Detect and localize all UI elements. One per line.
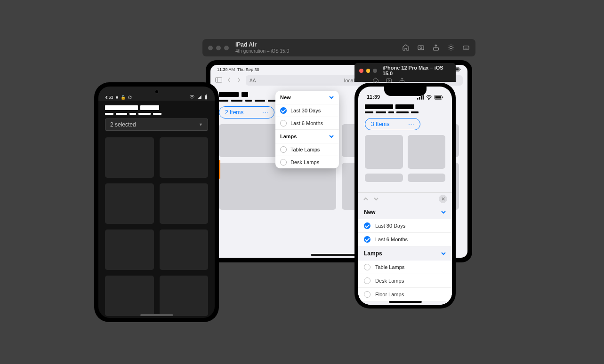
svg-point-22 (192, 99, 193, 99)
product-grid (365, 135, 445, 182)
filter-pill[interactable]: 2 Items ··· (219, 106, 274, 119)
select-value: 2 selected (110, 121, 136, 128)
lock-icon: 🔒 (121, 95, 126, 100)
filter-count: 2 Items (225, 109, 243, 116)
option-last-30-days[interactable]: Last 30 Days (275, 104, 339, 117)
debug-icon: ⌬ (128, 95, 132, 100)
radio-icon (364, 291, 370, 298)
svg-rect-21 (443, 96, 443, 98)
grid-item[interactable] (105, 229, 154, 270)
filter-select[interactable]: 2 selected ▼ (105, 119, 208, 131)
radio-icon (280, 146, 287, 153)
grid-item[interactable] (105, 276, 154, 316)
home-indicator[interactable] (140, 314, 173, 316)
chevron-down-icon[interactable] (373, 196, 379, 202)
radio-icon (364, 264, 370, 270)
opt-last-6-months[interactable]: Last 6 Months (358, 233, 452, 246)
wifi-icon (189, 95, 195, 99)
close-button[interactable]: ✕ (439, 195, 447, 203)
svg-rect-0 (418, 46, 424, 50)
option-table-lamps[interactable]: Table Lamps (275, 143, 339, 156)
grid-item[interactable] (408, 174, 446, 182)
filter-more[interactable]: ··· (262, 109, 268, 116)
group-lamps[interactable]: Lamps (358, 246, 452, 261)
filter-count: 3 Items (371, 121, 389, 127)
svg-rect-23 (205, 95, 207, 99)
traffic-lights[interactable] (208, 46, 229, 50)
nav-fwd-icon[interactable] (236, 77, 241, 84)
filter-popover: New Last 30 Days Last 6 Months Lamps Tab… (275, 91, 339, 168)
grid-item[interactable] (160, 137, 209, 178)
ipad-title: iPad Air (235, 42, 289, 48)
svg-rect-20 (435, 96, 442, 99)
chevron-down-icon (329, 95, 334, 100)
android-time: 4:53 (105, 95, 113, 100)
radio-icon (364, 277, 370, 284)
group-new[interactable]: New (358, 205, 452, 219)
ipad-simulator-titlebar: iPad Air 4th generation – iOS 15.0 (202, 39, 475, 56)
grid-item[interactable] (105, 137, 154, 178)
product-grid (105, 137, 208, 316)
chevron-down-icon (329, 134, 334, 139)
opt-table-lamps[interactable]: Table Lamps (358, 261, 452, 274)
chevron-down-icon (441, 251, 446, 256)
svg-point-12 (388, 80, 390, 82)
cellular-icon (197, 95, 202, 99)
home-indicator[interactable] (389, 301, 422, 303)
iphone-time: 11:39 (367, 94, 380, 100)
ipad-subtitle: 4th generation – iOS 15.0 (235, 48, 289, 54)
chevron-up-icon[interactable] (363, 196, 369, 202)
close-dot[interactable] (359, 69, 363, 73)
svg-rect-4 (463, 46, 469, 49)
home-icon[interactable] (402, 44, 410, 52)
dropdown-icon: ▼ (199, 122, 203, 127)
svg-rect-17 (423, 95, 424, 99)
max-dot[interactable] (373, 69, 377, 73)
svg-rect-16 (421, 96, 422, 100)
svg-rect-14 (417, 98, 418, 100)
min-dot[interactable] (366, 69, 370, 73)
filter-more[interactable]: ··· (408, 121, 414, 127)
grid-item[interactable] (365, 135, 403, 169)
grid-item[interactable] (408, 135, 446, 169)
front-camera (154, 89, 159, 94)
grid-item[interactable] (219, 163, 336, 210)
opt-floor-lamps[interactable]: Floor Lamps (358, 288, 452, 301)
chevron-down-icon (441, 209, 446, 215)
keyboard-icon[interactable] (462, 44, 470, 52)
iphone-simulator-titlebar: iPhone 12 Pro Max – iOS 15.0 (354, 63, 456, 82)
notification-icon: ■ (116, 95, 118, 100)
svg-point-18 (428, 99, 429, 100)
filter-sheet: ✕ New Last 30 Days Last 6 Months Lamps T… (358, 192, 452, 305)
brightness-icon[interactable] (447, 44, 455, 52)
radio-icon (280, 159, 287, 166)
grid-item[interactable] (160, 229, 209, 270)
wifi-icon (426, 95, 432, 100)
section-lamps[interactable]: Lamps (275, 129, 339, 143)
sidebar-icon[interactable] (215, 77, 222, 84)
text-size[interactable]: AA (250, 78, 256, 83)
iphone-title: iPhone 12 Pro Max – iOS 15.0 (383, 65, 451, 76)
nav-back-icon[interactable] (227, 77, 232, 84)
grid-item[interactable] (365, 174, 403, 182)
battery-icon (434, 95, 443, 100)
opt-last-30-days[interactable]: Last 30 Days (358, 219, 452, 233)
section-new[interactable]: New (275, 91, 339, 104)
svg-rect-9 (216, 78, 222, 82)
opt-desk-lamps[interactable]: Desk Lamps (358, 274, 452, 288)
share-icon[interactable] (432, 44, 440, 52)
svg-rect-8 (460, 69, 461, 70)
radio-checked-icon (280, 107, 287, 114)
grid-item[interactable] (160, 276, 209, 316)
screenshot-icon[interactable] (417, 44, 425, 52)
radio-checked-icon (364, 236, 370, 243)
ipad-time: 11:39 AM (217, 67, 235, 72)
ipad-date: Thu Sep 30 (237, 67, 259, 72)
radio-icon (280, 120, 287, 127)
grid-item[interactable] (160, 183, 209, 224)
option-last-6-months[interactable]: Last 6 Months (275, 117, 339, 129)
svg-point-1 (420, 47, 422, 48)
filter-pill[interactable]: 3 Items ··· (365, 118, 420, 130)
option-desk-lamps[interactable]: Desk Lamps (275, 156, 339, 168)
grid-item[interactable] (105, 183, 154, 224)
